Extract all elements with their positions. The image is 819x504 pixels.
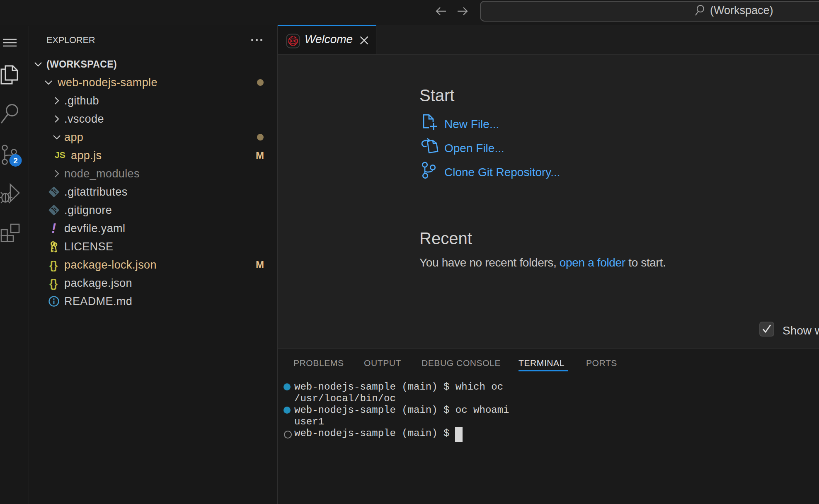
svg-text:2: 2 — [13, 156, 18, 165]
